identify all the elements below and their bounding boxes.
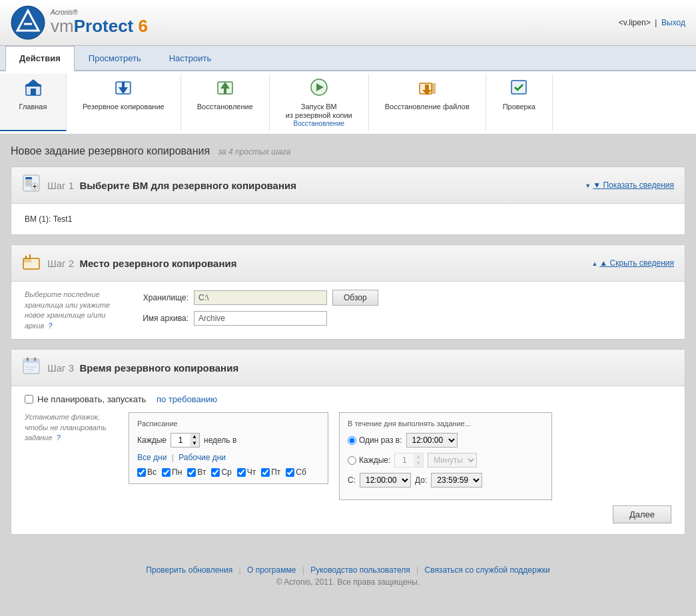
toolbar-backup[interactable]: Резервное копирование [67,74,181,131]
toolbar-vm-restore-sub: Восстановление [294,120,345,127]
days-row: Вс Пн Вт Ср Чт Пт Сб [137,467,320,477]
spinner-buttons: ▲ ▼ [190,434,199,447]
archive-label: Имя архива: [129,314,188,323]
to-time-select[interactable]: 23:59:59 [431,473,482,487]
page-subtitle: за 4 простых шага [218,147,291,156]
step2-card: Шаг 2 Место резервного копирования ▲ Скр… [11,244,685,340]
vm-info: ВМ (1): Test1 [25,212,671,226]
page-title: Новое задание резервного копирования [11,145,210,156]
acronis-label: Acronis® [51,9,148,16]
step3-header-left: Шаг 3 Время резервного копирования [22,356,238,379]
day-sat[interactable]: Сб [286,467,306,477]
spinner-up[interactable]: ▲ [190,434,199,440]
all-days-link[interactable]: Все дни [137,453,167,462]
next-button[interactable]: Далее [613,505,671,523]
time-once-row: Один раз в: 12:00:00 [348,433,543,448]
from-time-select[interactable]: 12:00:00 [360,473,411,487]
to-label: До: [415,475,427,485]
workdays-link[interactable]: Рабочие дни [178,453,226,462]
step3-card: Шаг 3 Время резервного копирования Не пл… [11,349,685,535]
step3-body: Не планировать, запускать по требованию … [11,386,685,534]
storage-label: Хранилище: [129,293,188,302]
footer-link-manual[interactable]: Руководство пользователя [310,565,410,575]
toolbar-file-restore[interactable]: Восстановление файлов [369,74,486,131]
toolbar-vm-restore[interactable]: Запуск ВМиз резервной копии Восстановлен… [270,74,369,131]
no-schedule-checkbox[interactable] [25,395,33,404]
footer-link-support[interactable]: Связаться со службой поддержки [424,565,549,575]
footer-link-about[interactable]: О программе [247,565,296,575]
day-tue[interactable]: Вт [187,467,206,477]
toolbar-home[interactable]: Главная [0,74,67,131]
toolbar-backup-label: Резервное копирование [83,103,165,111]
svg-rect-19 [25,177,32,179]
from-label: С: [348,475,356,485]
archive-input[interactable] [194,311,327,326]
every-radio[interactable] [348,456,356,465]
storage-row: Хранилище: Обзор [129,290,671,306]
user-name: <v.lipen> [619,18,651,27]
page-title-area: Новое задание резервного копирования за … [11,145,685,157]
svg-rect-24 [23,258,31,262]
step3-number: Шаг 3 [47,362,74,374]
nav-tab-configure[interactable]: Настроить [155,46,226,70]
step2-number: Шаг 2 [47,258,74,269]
footer-link-updates[interactable]: Проверить обновления [146,565,232,575]
nav-tab-view[interactable]: Просмотреть [75,46,155,70]
every-radio-label[interactable]: Каждые: [348,456,390,465]
logout-link[interactable]: Выход [661,18,685,27]
once-time-select[interactable]: 12:00:00 [406,433,458,448]
schedule-every-row: Каждые ▲ ▼ недель в [137,433,320,448]
step2-toggle-link[interactable]: ▲ Скрыть сведения [591,258,674,268]
step2-chevron-icon [591,258,599,268]
step3-icon [22,356,41,379]
svg-marker-14 [432,83,436,94]
day-fri[interactable]: Пт [261,467,280,477]
step1-toggle-link[interactable]: ▼ Показать сведения [585,180,674,190]
step2-header-left: Шаг 2 Место резервного копирования [22,252,236,274]
browse-button[interactable]: Обзор [332,290,378,306]
every-label: Каждые: [359,456,390,465]
svg-rect-6 [31,89,36,95]
day-sun[interactable]: Вс [137,467,157,477]
schedule-box: Расписание Каждые ▲ ▼ недель в [129,412,328,484]
once-radio-label[interactable]: Один раз в: [348,436,402,445]
step3-help-icon[interactable]: ? [57,434,61,442]
step2-icon [22,252,41,274]
vm-part: vm [51,16,74,36]
nav-tabs: Действия Просмотреть Настроить [0,46,696,71]
time-range-row: С: 12:00:00 До: 23:59:59 [348,473,543,487]
day-wed[interactable]: Ср [211,467,231,477]
no-schedule-label: Не планировать, запускать [37,394,146,404]
step1-body: ВМ (1): Test1 [11,204,685,234]
step1-icon [22,174,41,196]
day-thu[interactable]: Чт [237,467,256,477]
schedule-every-input[interactable] [171,434,190,446]
toolbar-restore[interactable]: Восстановление [181,74,270,131]
acronis-logo-icon [11,5,45,40]
product-name: vmProtect 6 [51,16,148,37]
storage-input[interactable] [194,290,327,305]
day-mon[interactable]: Пн [162,467,182,477]
step2-layout: Выберите последние хранилища или укажите… [25,290,671,331]
step3-header: Шаг 3 Время резервного копирования [11,350,685,386]
minutes-select: Минуты [428,453,477,467]
step2-help-icon[interactable]: ? [48,322,52,330]
step1-title: Шаг 1 Выберите ВМ для резервного копиров… [47,180,296,191]
footer-btns: Далее [25,500,671,523]
page-content: Новое задание резервного копирования за … [0,135,696,555]
every-spinner-down: ▼ [414,460,423,467]
step3-title-text: Время резервного копирования [79,362,238,374]
step2-title-text: Место резервного копирования [79,258,236,269]
toolbar-validate[interactable]: Проверка [486,74,553,131]
every-spinner-wrap: ▲ ▼ [394,453,424,467]
nav-tab-actions[interactable]: Действия [5,46,75,71]
restore-icon [215,78,235,101]
step3-title: Шаг 3 Время резервного копирования [47,362,238,374]
footer-links: Проверить обновления | О программе | Рук… [11,565,685,575]
footer-copyright: © Acronis, 2011. Все права защищены. [11,577,685,587]
time-title: В течение дня выполнять задание... [348,420,543,428]
spinner-down[interactable]: ▼ [190,440,199,447]
once-radio[interactable] [348,436,356,445]
on-demand-link[interactable]: по требованию [157,394,217,404]
step3-layout: Установите флажок, чтобы не планировать … [25,412,671,500]
